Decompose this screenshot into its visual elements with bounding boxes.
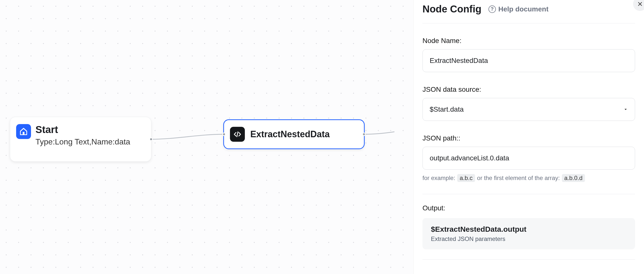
help-document-link[interactable]: ? Help document <box>488 5 548 13</box>
divider <box>422 194 635 194</box>
edge-start-to-extract <box>151 129 223 144</box>
hint-example-2: a.b.0.d <box>562 174 585 182</box>
data-source-label: JSON data source: <box>422 86 635 93</box>
code-icon <box>230 127 245 142</box>
port-start-out[interactable] <box>149 138 153 141</box>
close-icon <box>637 1 643 7</box>
field-node-name: Node Name: <box>422 37 635 72</box>
divider-2 <box>422 259 635 259</box>
chevron-down-icon <box>624 105 628 113</box>
node-start[interactable]: Start Type:Long Text,Name:data <box>10 117 151 162</box>
field-data-source: JSON data source: $Start.data <box>422 86 635 121</box>
data-source-select[interactable]: $Start.data <box>422 98 635 121</box>
home-icon <box>16 124 31 139</box>
help-icon: ? <box>488 6 496 13</box>
config-panel: Node Config ? Help document Node Name: J… <box>413 0 644 274</box>
port-extract-in[interactable] <box>222 132 226 136</box>
output-variable: $ExtractNestedData.output <box>431 225 627 233</box>
node-name-input[interactable] <box>422 49 635 72</box>
hint-prefix: for example: <box>422 175 455 182</box>
json-path-label: JSON path:: <box>422 134 635 142</box>
output-label: Output: <box>422 204 635 212</box>
output-description: Extracted JSON parameters <box>431 235 627 242</box>
node-name-label: Node Name: <box>422 37 635 45</box>
node-extract[interactable]: ExtractNestedData <box>223 119 365 149</box>
help-label: Help document <box>498 5 548 13</box>
output-card: $ExtractNestedData.output Extracted JSON… <box>422 218 635 249</box>
json-path-hint: for example: a.b.c or the first element … <box>422 174 635 182</box>
hint-example-1: a.b.c <box>457 174 475 182</box>
data-source-value: $Start.data <box>430 105 464 113</box>
svg-rect-0 <box>22 132 24 134</box>
workflow-canvas[interactable]: Start Type:Long Text,Name:data ExtractNe… <box>0 0 413 274</box>
panel-header: Node Config ? Help document <box>422 2 635 23</box>
field-output: Output: $ExtractNestedData.output Extrac… <box>422 204 635 249</box>
edge-extract-out <box>365 129 394 139</box>
port-extract-out[interactable] <box>362 132 366 136</box>
node-start-title: Start <box>36 124 130 135</box>
json-path-input[interactable] <box>422 147 635 170</box>
node-extract-title: ExtractNestedData <box>250 129 330 140</box>
panel-title: Node Config <box>422 4 482 15</box>
node-start-subtitle: Type:Long Text,Name:data <box>36 137 130 147</box>
hint-middle: or the first element of the array: <box>477 175 560 182</box>
field-json-path: JSON path:: for example: a.b.c or the fi… <box>422 134 635 182</box>
